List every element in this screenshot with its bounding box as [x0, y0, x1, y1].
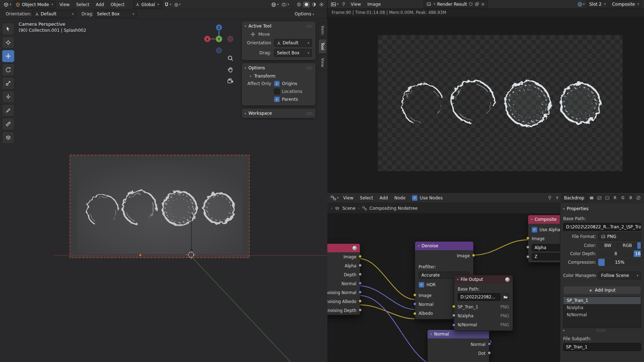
menu-node[interactable]: Node — [391, 194, 408, 202]
node-composite[interactable]: ▾ Composite ✓ Use Alpha Image Alpha Z — [528, 215, 560, 263]
open-folder-button[interactable] — [502, 293, 509, 301]
depth-8-button[interactable]: 8 — [598, 251, 634, 257]
menu-image[interactable]: Image — [365, 1, 384, 8]
backdrop-image-color-alpha-button[interactable] — [596, 195, 603, 201]
tool-rotate[interactable] — [2, 64, 14, 76]
tool-annotate[interactable] — [2, 104, 14, 116]
duplicate-icon[interactable] — [475, 2, 479, 6]
denoise-input-albedo-socket[interactable] — [413, 312, 416, 315]
composite-header[interactable]: ▾ Composite — [528, 215, 560, 224]
panel-grip[interactable] — [306, 25, 313, 28]
image-canvas[interactable] — [327, 16, 644, 193]
fileoutput-input-1-socket[interactable] — [452, 305, 455, 308]
render-layer-dropdown[interactable]: Composite ▾ — [609, 0, 642, 8]
channel-blue-button[interactable]: B — [627, 195, 634, 201]
transform-orientation-dropdown[interactable]: Global ▾ — [133, 1, 162, 9]
origins-checkbox[interactable]: ✓ — [274, 81, 280, 86]
fileoutput-input-2-socket[interactable] — [452, 314, 455, 317]
pin-button[interactable] — [546, 195, 553, 201]
pan-button[interactable] — [226, 66, 235, 74]
breadcrumb-nodetree[interactable]: Compositing Nodetree — [370, 206, 418, 211]
parents-checkbox[interactable]: ✓ — [274, 96, 280, 102]
camera-view-button[interactable] — [226, 77, 235, 85]
node-preview-ball-icon[interactable] — [505, 277, 510, 282]
use-nodes-checkbox[interactable]: ✓ — [412, 195, 418, 201]
denoise-output-image-socket[interactable] — [472, 254, 475, 257]
options-panel-header[interactable]: ▾ Options — [242, 63, 316, 73]
depth-16-button[interactable]: 16 — [634, 251, 641, 257]
tool-cursor[interactable] — [2, 36, 14, 49]
pin-button[interactable] — [340, 1, 347, 7]
node-render-layers[interactable]: Image Alpha Depth Normal Denoising Norma… — [327, 243, 360, 315]
overlays-button[interactable]: ▾ — [280, 1, 290, 8]
compression-slider[interactable]: 15% — [598, 259, 641, 266]
alpha-value-field[interactable]: Alpha — [532, 244, 560, 251]
proportional-editing-button[interactable]: ◎ ▾ — [173, 1, 182, 8]
slot-dropdown[interactable]: Slot 2 ▾ — [586, 0, 609, 8]
panel-grip[interactable] — [306, 112, 313, 115]
menu-select[interactable]: Select — [73, 1, 92, 8]
list-filter-expand-icon[interactable]: ▸ — [563, 329, 565, 332]
file-format-dropdown[interactable]: PNG — [598, 233, 641, 240]
npanel-drag-dropdown[interactable]: Select Box ▾ — [274, 49, 312, 57]
navigation-gizmo[interactable]: Z X Y — [203, 23, 235, 55]
menu-select[interactable]: Select — [357, 194, 376, 202]
composite-input-image-socket[interactable] — [526, 237, 530, 240]
use-nodes-checkbox-row[interactable]: ✓ Use Nodes — [412, 195, 443, 201]
tool-add-primitive[interactable] — [2, 132, 14, 144]
tab-tool[interactable]: Tool — [318, 39, 326, 54]
tab-view[interactable]: View — [318, 54, 326, 71]
node-preview-ball-icon[interactable] — [352, 246, 357, 251]
z-value-field[interactable]: Z — [532, 253, 560, 260]
shading-material-button[interactable] — [311, 1, 317, 8]
output-alpha-socket[interactable] — [358, 264, 362, 267]
shading-solid-button[interactable] — [303, 1, 310, 8]
menu-add[interactable]: Add — [377, 194, 391, 202]
breadcrumb-scene[interactable]: Scene — [342, 206, 356, 211]
overlay-toggle-button[interactable] — [635, 195, 642, 201]
menu-object[interactable]: Object — [108, 1, 127, 8]
output-image-socket[interactable] — [358, 255, 362, 258]
base-path-field[interactable]: D:\2022\22082... — [458, 293, 501, 301]
menu-view[interactable]: View — [57, 1, 72, 8]
gizmo-x-neg-axis[interactable] — [228, 36, 233, 42]
sidebar-base-path-field[interactable]: D:\2022\220822_R...Tran_2_\SP_Tran_ — [563, 223, 641, 231]
fake-user-shield-icon[interactable] — [469, 2, 473, 6]
locations-checkbox-row[interactable]: Locations — [274, 89, 302, 94]
locations-checkbox[interactable] — [274, 89, 280, 94]
color-bw-button[interactable]: BW — [598, 242, 618, 249]
list-resize-grip[interactable] — [596, 329, 605, 332]
output-depth-socket[interactable] — [358, 273, 362, 276]
editor-type-button[interactable]: ▾ — [330, 194, 340, 202]
shading-rendered-button[interactable] — [318, 1, 325, 8]
options-popover[interactable]: Options ▾ — [292, 10, 317, 18]
denoise-header[interactable]: ▾ Denoise — [415, 242, 473, 250]
composite-input-alpha-socket[interactable] — [526, 246, 530, 249]
node-file-output[interactable]: ▾ File Output Base Path: D:\2022\22082..… — [454, 275, 513, 331]
workspace-panel-header[interactable]: ▸ Workspace — [242, 109, 316, 118]
origins-checkbox-row[interactable]: ✓ Origins — [274, 81, 297, 86]
render-layers-header[interactable] — [327, 244, 360, 252]
color-rgb-button[interactable]: RGB — [618, 242, 638, 249]
shading-wireframe-button[interactable] — [296, 1, 302, 8]
editor-type-button[interactable]: ▾ — [2, 1, 12, 8]
object-origin-dot[interactable] — [139, 254, 141, 256]
parents-checkbox-row[interactable]: ✓ Parents — [274, 96, 298, 102]
tool-select-box[interactable] — [2, 23, 14, 35]
menu-view[interactable]: View — [348, 1, 364, 8]
node-canvas[interactable]: Image Alpha Depth Normal Denoising Norma… — [327, 214, 560, 362]
orientation-setting-dropdown[interactable]: Default ▾ — [32, 10, 77, 18]
denoise-input-image-socket[interactable] — [413, 293, 416, 297]
file-output-header[interactable]: ▾ File Output — [454, 275, 513, 284]
list-item[interactable]: N/Normal — [564, 311, 641, 318]
composite-input-z-socket[interactable] — [526, 255, 530, 258]
denoise-input-normal-socket[interactable] — [413, 302, 416, 306]
backdrop-image-color-button[interactable] — [588, 195, 595, 201]
output-normal-socket[interactable] — [358, 282, 362, 285]
active-tool-panel-header[interactable]: ▾ Active Tool — [242, 21, 316, 31]
fileoutput-input-3-socket[interactable] — [452, 323, 455, 327]
hdr-checkbox[interactable]: ✓ — [419, 282, 424, 288]
gizmo-z-neg-axis[interactable] — [216, 48, 222, 53]
menu-add[interactable]: Add — [93, 1, 107, 8]
go-to-parent-button[interactable] — [554, 195, 561, 201]
